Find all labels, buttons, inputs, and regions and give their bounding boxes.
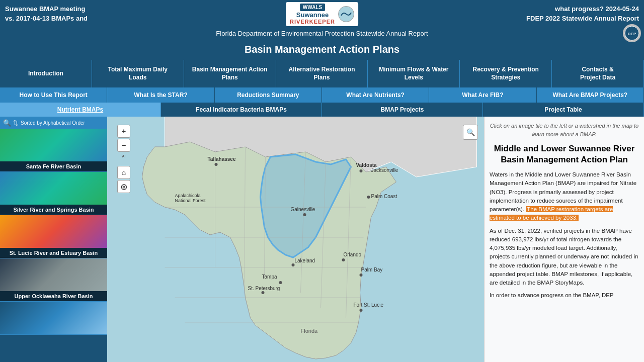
sidebar-toolbar: 🔍 ⇅ Sorted by Alphabetical Order xyxy=(0,117,107,129)
sidebar-item-santa-fe[interactable]: Santa Fe River Basin xyxy=(0,129,107,172)
nav-tmdl[interactable]: Total Maximum Daily Loads xyxy=(92,60,184,87)
svg-text:Palm Coast: Palm Coast xyxy=(371,194,397,199)
tab-fib-bmaps[interactable]: Fecal Indicator Bacteria BMAPs xyxy=(161,103,322,117)
svg-text:Lakeland: Lakeland xyxy=(295,258,315,263)
logo-wwals: WWALS xyxy=(300,4,325,11)
subnav-fib[interactable]: What Are FIB? xyxy=(429,87,536,103)
svg-text:Orlando: Orlando xyxy=(344,252,362,257)
svg-point-19 xyxy=(292,263,295,266)
svg-point-22 xyxy=(360,274,363,277)
tab-bmap-projects[interactable]: BMAP Projects xyxy=(322,103,483,117)
search-icon[interactable]: 🔍 xyxy=(3,119,11,127)
map-area[interactable]: Tallahassee Valdosta Jacksonville Palm C… xyxy=(107,117,484,362)
sidebar-item-upper-ocklawaha[interactable]: Upper Ocklawaha River Basin xyxy=(0,258,107,302)
zoom-in-button[interactable]: + xyxy=(117,125,130,138)
main-nav: Introduction Total Maximum Daily Loads B… xyxy=(0,60,644,87)
sidebar-sort-label: Sorted by Alphabetical Order xyxy=(21,120,85,126)
nav-introduction[interactable]: Introduction xyxy=(0,60,92,87)
sidebar-img-upper-ocklawaha xyxy=(0,258,107,291)
sidebar: 🔍 ⇅ Sorted by Alphabetical Order Santa F… xyxy=(0,117,107,362)
nav-bmap[interactable]: Basin Management Action Plans xyxy=(184,60,276,87)
top-banner: Suwannee BMAP meeting vs. 2017-04-13 BMA… xyxy=(0,0,644,28)
sidebar-img-santa-fe xyxy=(0,129,107,161)
svg-text:Florida: Florida xyxy=(301,328,318,334)
subnav-bmap-projects[interactable]: What Are BMAP Projects? xyxy=(537,87,644,103)
svg-point-18 xyxy=(342,258,345,261)
subnav-reductions[interactable]: Reductions Summary xyxy=(215,87,322,103)
svg-point-20 xyxy=(279,281,282,284)
sidebar-label-st-lucie: St. Lucie River and Estuary Basin xyxy=(0,248,107,258)
nav-rps[interactable]: Recovery & Prevention Strategies xyxy=(460,60,552,87)
svg-text:Tampa: Tampa xyxy=(262,274,277,280)
svg-text:Gainesville: Gainesville xyxy=(291,207,315,212)
nav-arp[interactable]: Alternative Restoration Plans xyxy=(276,60,368,87)
compass-button[interactable]: ◎ xyxy=(117,180,130,193)
tab-nutrient-bmaps[interactable]: Nutrient BMAPs xyxy=(0,103,161,117)
svg-text:Palm Bay: Palm Bay xyxy=(361,267,383,273)
svg-text:DEP: DEP xyxy=(628,32,636,36)
right-panel-para1: Waters in the Middle and Lower Suwannee … xyxy=(490,170,639,223)
sub-nav: How to Use This Report What Is the STAR?… xyxy=(0,87,644,103)
svg-point-15 xyxy=(360,169,363,172)
center-logo: WWALS Suwannee RIVERKEEPER xyxy=(286,2,358,26)
map-search-button[interactable]: 🔍 xyxy=(463,125,478,140)
florida-map-svg: Tallahassee Valdosta Jacksonville Palm C… xyxy=(107,117,484,362)
subnav-star[interactable]: What Is the STAR? xyxy=(107,87,214,103)
bmap-tabs: Nutrient BMAPs Fecal Indicator Bacteria … xyxy=(0,103,644,117)
svg-text:Tallahassee: Tallahassee xyxy=(208,156,236,162)
dep-logo: DEP xyxy=(623,24,641,42)
sidebar-item-st-lucie[interactable]: St. Lucie River and Estuary Basin xyxy=(0,215,107,258)
sidebar-img-extra xyxy=(0,302,107,334)
svg-text:Apalachicola: Apalachicola xyxy=(175,193,201,198)
svg-text:St. Petersburg: St. Petersburg xyxy=(248,286,280,291)
title-bar: Basin Management Action Plans xyxy=(0,39,644,60)
sidebar-img-st-lucie xyxy=(0,215,107,248)
sidebar-item-extra[interactable] xyxy=(0,302,107,335)
dep-header: Florida Department of Environmental Prot… xyxy=(0,28,644,39)
nav-mfwl[interactable]: Minimum Flows & Water Levels xyxy=(368,60,460,87)
svg-text:Fort St. Lucie: Fort St. Lucie xyxy=(354,302,384,308)
sidebar-img-silver-river xyxy=(0,172,107,205)
tab-project-table[interactable]: Project Table xyxy=(483,103,644,117)
right-panel-hint: Click on an image tile to the left or a … xyxy=(490,122,639,138)
svg-text:National Forest: National Forest xyxy=(175,198,206,203)
sort-icon[interactable]: ⇅ xyxy=(13,119,19,127)
svg-text:Jacksonville: Jacksonville xyxy=(371,167,398,173)
sidebar-item-silver-river[interactable]: Silver River and Springs Basin xyxy=(0,172,107,215)
svg-point-21 xyxy=(262,291,265,294)
logo-riverkeeper: RIVERKEEPER xyxy=(290,19,335,25)
subnav-how-to[interactable]: How to Use This Report xyxy=(0,87,107,103)
nav-contacts[interactable]: Contacts & Project Data xyxy=(552,60,644,87)
logo-suwannee: Suwannee xyxy=(296,11,329,19)
svg-point-16 xyxy=(303,213,306,216)
top-banner-left: Suwannee BMAP meeting vs. 2017-04-13 BMA… xyxy=(5,5,88,23)
right-panel-para3: In order to advance progress on the BMAP… xyxy=(490,291,639,300)
right-panel: Click on an image tile to the left or a … xyxy=(484,117,644,362)
title-bar-text: Basin Management Action Plans xyxy=(245,44,399,55)
svg-point-14 xyxy=(215,163,218,166)
svg-point-23 xyxy=(360,309,363,312)
right-panel-title: Middle and Lower Suwannee River Basin Ma… xyxy=(490,143,639,165)
content-area: 🔍 ⇅ Sorted by Alphabetical Order Santa F… xyxy=(0,117,644,362)
sidebar-label-upper-ocklawaha: Upper Ocklawaha River Basin xyxy=(0,291,107,301)
sidebar-label-santa-fe: Santa Fe River Basin xyxy=(0,161,107,171)
svg-point-17 xyxy=(367,196,370,199)
zoom-label: Al xyxy=(117,152,130,160)
home-button[interactable]: ⌂ xyxy=(117,166,130,179)
top-banner-right: what progress? 2024-05-24 FDEP 2022 Stat… xyxy=(526,5,639,23)
sidebar-label-silver-river: Silver River and Springs Basin xyxy=(0,205,107,215)
right-panel-para2: As of Dec. 31, 2022, verified projects i… xyxy=(490,227,639,288)
zoom-out-button[interactable]: − xyxy=(117,139,130,152)
subnav-nutrients[interactable]: What Are Nutrients? xyxy=(322,87,429,103)
dep-header-text: Florida Department of Environmental Prot… xyxy=(216,30,428,37)
